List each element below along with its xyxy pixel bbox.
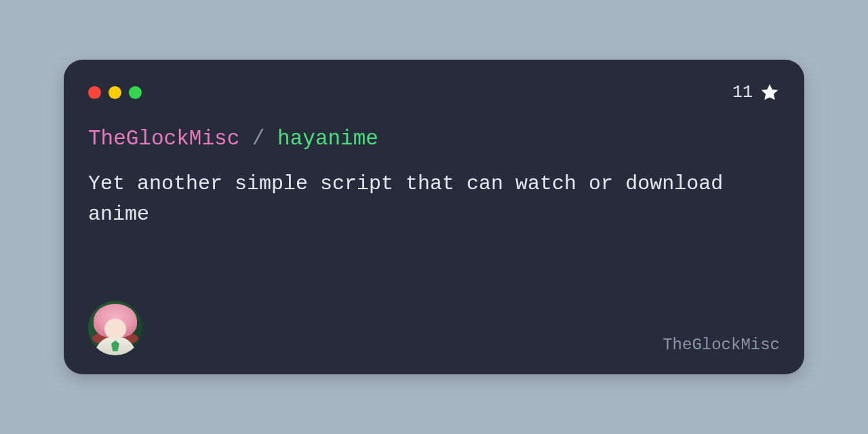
zoom-icon[interactable] [129,86,142,99]
avatar-image [88,301,142,355]
star-count-group[interactable]: 11 [732,82,780,102]
star-count: 11 [732,83,753,102]
repo-title: TheGlockMisc / hayanime [88,126,780,153]
repo-link[interactable]: hayanime [277,127,378,151]
minimize-icon[interactable] [108,86,121,99]
close-icon[interactable] [88,86,101,99]
repo-description: Yet another simple script that can watch… [88,169,739,230]
traffic-lights [88,86,142,99]
card-header: 11 [88,81,780,103]
star-icon [760,82,780,102]
footer-owner-name: TheGlockMisc [663,336,780,355]
title-separator: / [252,127,265,151]
owner-link[interactable]: TheGlockMisc [88,127,239,151]
card-footer: TheGlockMisc [88,301,780,355]
repo-card: 11 TheGlockMisc / hayanime Yet another s… [64,60,804,374]
avatar[interactable] [88,301,142,355]
